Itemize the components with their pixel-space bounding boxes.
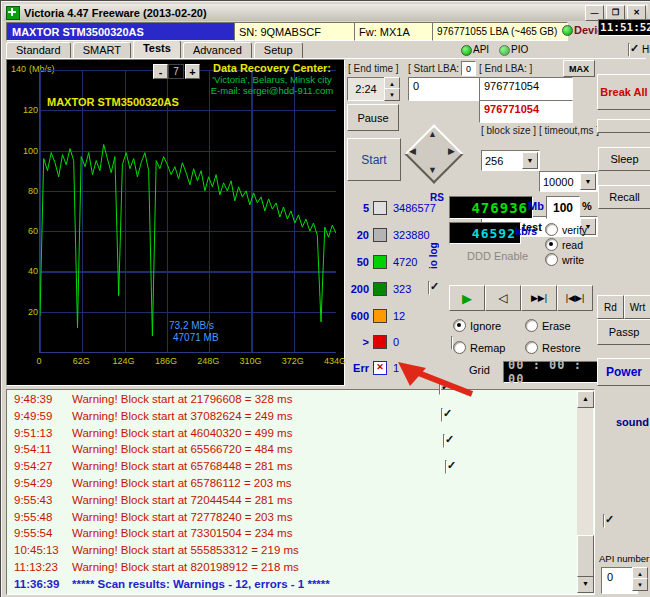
tab-smart[interactable]: SMART (73, 42, 131, 59)
log-line: 9:49:59Warning! Block start at 37082624 … (7, 410, 594, 427)
log-lines: 9:48:39Warning! Block start at 21796608 … (7, 390, 594, 595)
pio-led-icon[interactable] (499, 45, 510, 56)
jump-edges-button[interactable]: |◀▶| (557, 285, 593, 311)
api-radio-label[interactable]: API (473, 44, 489, 55)
start-lba-mini-box: 0 (461, 61, 476, 76)
dpad-right-icon[interactable]: ▶ (448, 146, 455, 156)
end-lba-input[interactable]: 976771054 (479, 77, 573, 101)
bucket-count: 0 (393, 336, 399, 348)
radio-icon[interactable] (545, 223, 558, 236)
radio-icon[interactable] (545, 253, 558, 266)
sound-checkbox[interactable] (603, 514, 605, 528)
tab-tests[interactable]: Tests (133, 40, 181, 59)
bucket-checkbox-600[interactable] (441, 408, 443, 422)
tab-standard[interactable]: Standard (6, 42, 71, 59)
iolog-checkbox[interactable] (428, 281, 430, 295)
step-back-button[interactable]: ◁ (485, 285, 521, 311)
seek-dpad[interactable]: ◀ ▶ ▲ ▼ (403, 123, 461, 181)
grid-density-minus-button[interactable]: - (153, 64, 168, 79)
dpad-down-icon[interactable]: ▼ (428, 165, 437, 175)
radio-write[interactable]: write (545, 253, 584, 266)
scroll-up-icon[interactable]: ▲ (577, 391, 594, 408)
bucket-row-200: 200323 (345, 282, 411, 296)
play-button[interactable]: ▶ (449, 285, 485, 311)
sleep-button[interactable]: Sleep (598, 147, 650, 171)
api-number-down-button[interactable]: ▼ (632, 578, 648, 591)
bucket-color-chip (373, 282, 387, 296)
api-led-icon[interactable] (461, 45, 472, 56)
radio-icon[interactable] (525, 341, 538, 354)
bucket-row->: >0 (345, 335, 399, 349)
block-size-select[interactable]: 256 ▼ (481, 150, 540, 171)
radio-label: Restore (542, 342, 581, 354)
timeout-select[interactable]: 10000 ▼ (539, 171, 598, 192)
wrt-button[interactable]: Wrt (624, 295, 650, 319)
radio-ignore[interactable]: Ignore (453, 319, 501, 332)
dpad-up-icon[interactable]: ▲ (428, 129, 437, 139)
x-tick: 186G (151, 356, 181, 366)
log-time: 9:54:27 (7, 460, 72, 477)
bucket-color-chip: ✕ (373, 361, 387, 375)
bucket-count: 323 (393, 283, 411, 295)
pause-button[interactable]: Pause (347, 104, 399, 131)
passp-button[interactable]: Passp (597, 319, 650, 345)
bucket-label: > (345, 336, 369, 348)
log-line: 9:55:43Warning! Block start at 72044544 … (7, 494, 594, 511)
mb-unit-label: Mb (528, 200, 544, 212)
hint-checkbox[interactable] (628, 43, 630, 57)
scroll-thumb[interactable] (577, 535, 594, 577)
scroll-down-icon[interactable]: ▼ (577, 576, 594, 593)
log-time: 9:54:11 (7, 443, 72, 460)
dpad-left-icon[interactable]: ◀ (409, 146, 416, 156)
break-all-button[interactable]: Break All (597, 74, 650, 110)
radio-restore[interactable]: Restore (525, 341, 581, 354)
grid-density-plus-button[interactable]: + (185, 64, 200, 79)
start-button[interactable]: Start (347, 138, 401, 181)
x-tick: 310G (236, 356, 266, 366)
bucket-checkbox->[interactable] (443, 434, 445, 448)
bucket-label: 50 (345, 256, 369, 268)
end-time-down-button[interactable]: ▼ (384, 88, 400, 101)
log-message: Warning! Block start at 65768448 = 281 m… (72, 460, 292, 477)
percent-counter: 100 (546, 196, 580, 219)
pio-radio-label[interactable]: PIO (511, 44, 528, 55)
block-size-value: 256 (485, 155, 503, 167)
radio-erase[interactable]: Erase (525, 319, 571, 332)
hint-label: Hint (642, 44, 650, 55)
title-bar[interactable]: Victoria 4.47 Freeware (2013-02-20) — ❐ … (4, 4, 648, 21)
log-message: Warning! Block start at 555853312 = 219 … (72, 544, 299, 561)
radio-remap[interactable]: Remap (453, 341, 505, 354)
bucket-checkbox-err[interactable] (445, 460, 447, 474)
end-time-field[interactable]: 2:24 (347, 77, 385, 101)
rs-label[interactable]: RS (430, 192, 444, 203)
block-size-dropdown-icon[interactable]: ▼ (522, 152, 538, 169)
kbs-counter: 46592 (449, 222, 521, 244)
recall-button[interactable]: Recall (598, 185, 650, 209)
bucket-count: 323880 (393, 229, 430, 241)
bucket-label: 600 (345, 310, 369, 322)
end-lba-label: [ End LBA: ] (479, 63, 532, 74)
rd-button[interactable]: Rd (597, 295, 624, 319)
jump-end-button[interactable]: ▶▶| (521, 285, 557, 311)
speed-annotation: 73,2 MB/s (169, 320, 214, 331)
x-tick: 124G (109, 356, 139, 366)
bucket-checkbox-200[interactable] (439, 381, 441, 395)
radio-icon[interactable] (453, 319, 466, 332)
tab-advanced[interactable]: Advanced (183, 42, 252, 59)
bucket-color-chip (373, 335, 387, 349)
spacer-button[interactable] (597, 119, 650, 133)
tab-setup[interactable]: Setup (254, 42, 303, 59)
radio-icon[interactable] (545, 238, 558, 251)
power-button[interactable]: Power (597, 358, 650, 386)
radio-verify[interactable]: verify (545, 223, 587, 236)
radio-read[interactable]: read (545, 238, 583, 251)
start-lba-input[interactable]: 0 (408, 77, 480, 101)
log-scrollbar[interactable]: ▲ ▼ (577, 391, 593, 593)
x-tick: 62G (66, 356, 96, 366)
radio-icon[interactable] (525, 319, 538, 332)
graph-drive-title: MAXTOR STM3500320AS (47, 96, 179, 108)
max-button[interactable]: MAX (563, 60, 595, 77)
timeout-dropdown-icon[interactable]: ▼ (580, 173, 596, 190)
percent-unit-label: % (582, 200, 592, 212)
radio-icon[interactable] (453, 341, 466, 354)
